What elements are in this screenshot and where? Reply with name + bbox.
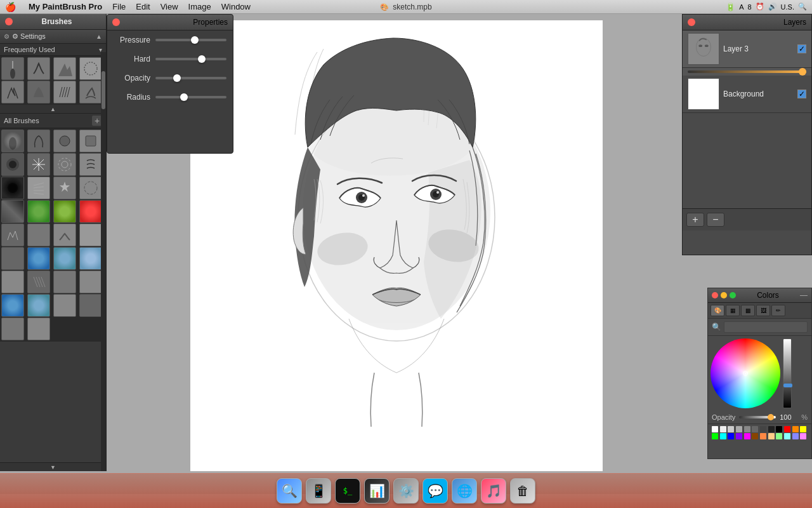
color-swatch[interactable] [712, 426, 718, 432]
dock-browser[interactable]: 🌐 [452, 478, 477, 504]
brush-item[interactable] [27, 130, 50, 152]
color-swatch[interactable] [736, 433, 742, 439]
brush-item[interactable] [27, 224, 50, 246]
brush-item[interactable] [53, 224, 76, 246]
color-swatch[interactable] [744, 426, 750, 432]
brush-item[interactable] [1, 57, 24, 80]
menu-appname[interactable]: My PaintBrush Pro [23, 1, 107, 13]
background-layer-item[interactable]: Background ✓ [683, 76, 811, 113]
brush-item[interactable] [79, 224, 102, 246]
color-swatch[interactable] [744, 433, 750, 439]
layers-add-button[interactable]: + [686, 213, 704, 227]
hard-thumb[interactable] [198, 55, 206, 63]
dock-trash[interactable]: 🗑 [510, 478, 535, 504]
colors-zoom-btn[interactable] [730, 292, 736, 298]
dock-terminal[interactable]: $_ [335, 478, 360, 504]
color-swatch[interactable] [760, 433, 766, 439]
layer-3-opacity-thumb[interactable] [799, 68, 806, 76]
dock-activity[interactable]: 📊 [364, 478, 390, 504]
color-swatch[interactable] [776, 426, 782, 432]
brush-item[interactable] [79, 294, 102, 317]
color-wheel[interactable] [710, 338, 780, 408]
brush-item[interactable] [27, 81, 50, 104]
layer-3-checkbox[interactable]: ✓ [797, 44, 806, 53]
brush-item[interactable] [79, 81, 102, 104]
radius-thumb[interactable] [180, 93, 188, 101]
brush-item[interactable] [27, 271, 50, 293]
colors-close-btn[interactable] [712, 292, 718, 298]
drawing-canvas[interactable] [190, 20, 603, 471]
brush-item[interactable] [53, 200, 76, 223]
brush-item[interactable] [1, 294, 24, 317]
brush-item[interactable] [79, 177, 102, 199]
apple-menu[interactable]: 🍎 [5, 2, 16, 12]
brush-item[interactable] [53, 81, 76, 104]
properties-close-btn[interactable] [112, 18, 120, 26]
brush-item[interactable] [27, 200, 50, 223]
brush-item[interactable] [1, 153, 24, 176]
opacity-thumb[interactable] [173, 74, 181, 82]
brush-item[interactable] [27, 153, 50, 176]
layers-close-btn[interactable] [688, 18, 695, 26]
menu-edit[interactable]: Edit [131, 1, 155, 13]
menu-file[interactable]: File [107, 1, 131, 13]
brush-item[interactable] [1, 200, 24, 223]
brush-item[interactable] [1, 247, 24, 270]
menu-view[interactable]: View [155, 1, 183, 13]
brush-item[interactable] [79, 247, 102, 270]
color-swatch[interactable] [720, 433, 726, 439]
color-swatch[interactable] [760, 426, 766, 432]
color-swatch[interactable] [752, 426, 758, 432]
brush-item[interactable] [27, 247, 50, 270]
opacity-slider[interactable] [155, 77, 226, 79]
color-swatch[interactable] [792, 433, 799, 439]
brush-item[interactable] [79, 57, 102, 80]
color-swatch[interactable] [792, 426, 799, 432]
color-wheel-cursor[interactable] [743, 371, 748, 376]
color-swatch[interactable] [768, 426, 775, 432]
brush-item[interactable] [53, 130, 76, 152]
brush-item[interactable] [27, 318, 50, 340]
color-tab-wheel[interactable]: 🎨 [710, 305, 724, 316]
colors-opacity-slider[interactable] [739, 416, 776, 418]
layers-remove-button[interactable]: − [707, 213, 724, 227]
color-swatch[interactable] [776, 433, 782, 439]
color-swatch[interactable] [736, 426, 742, 432]
color-swatch[interactable] [720, 426, 726, 432]
brushes-scroll-up[interactable]: ▲ [0, 105, 106, 114]
brush-item[interactable] [1, 224, 24, 246]
layer-3-opacity-slider[interactable] [688, 70, 806, 73]
dock-system-prefs[interactable]: ⚙️ [393, 478, 419, 504]
brushes-scroll-down[interactable]: ▼ [0, 462, 106, 471]
color-brightness-thumb[interactable] [783, 384, 792, 387]
brush-item[interactable] [53, 57, 76, 80]
brush-item[interactable] [53, 247, 76, 270]
color-swatch[interactable] [784, 426, 790, 432]
brush-item[interactable] [1, 318, 24, 340]
colors-minimize-icon[interactable]: — [800, 291, 808, 300]
color-swatch[interactable] [768, 433, 775, 439]
menu-window[interactable]: Window [216, 1, 256, 13]
color-tab-sliders[interactable]: ▦ [726, 305, 740, 316]
color-swatch[interactable] [712, 433, 718, 439]
brush-item[interactable] [53, 177, 76, 199]
color-search-input[interactable] [724, 321, 808, 333]
dock-launchpad[interactable]: 📱 [306, 478, 331, 504]
brush-item[interactable] [1, 81, 24, 104]
brushes-close-btn[interactable] [5, 18, 13, 25]
color-swatch[interactable] [800, 433, 806, 439]
brushes-settings-bar[interactable]: ⚙ ⚙ Settings ▲ [0, 30, 106, 44]
brush-item[interactable] [53, 294, 76, 317]
color-tab-palettes[interactable]: ▩ [741, 305, 755, 316]
color-swatch[interactable] [728, 426, 734, 432]
dock-skype[interactable]: 💬 [422, 478, 448, 504]
color-tab-image[interactable]: 🖼 [756, 305, 770, 316]
brush-item[interactable] [79, 153, 102, 176]
dock-finder[interactable]: 🔍 [277, 478, 302, 504]
brush-item[interactable] [1, 130, 24, 152]
dock-music[interactable]: 🎵 [481, 478, 506, 504]
color-swatch[interactable] [800, 426, 806, 432]
brush-item[interactable] [79, 271, 102, 293]
background-checkbox[interactable]: ✓ [797, 90, 806, 98]
color-swatch[interactable] [728, 433, 734, 439]
